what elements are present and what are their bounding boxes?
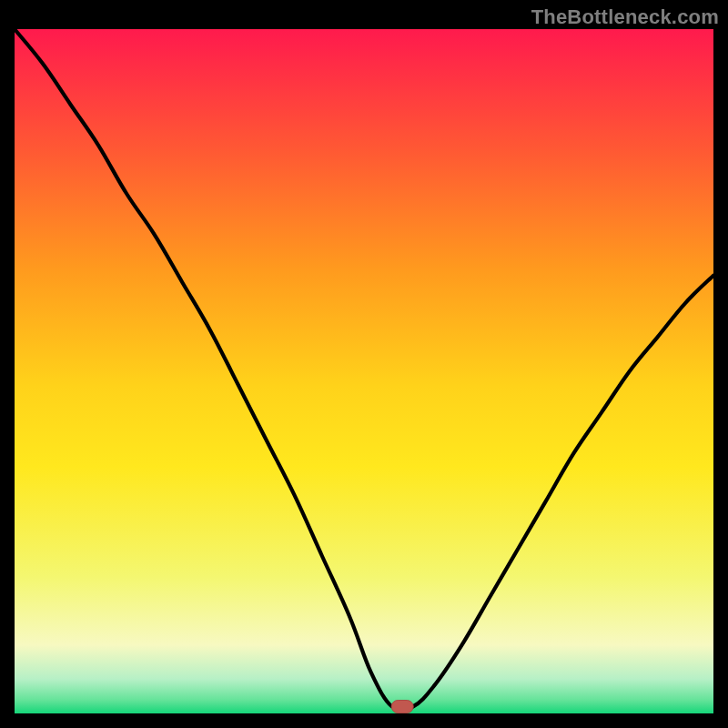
bottleneck-chart xyxy=(0,0,728,728)
chart-frame: { "watermark": "TheBottleneck.com", "col… xyxy=(0,0,728,728)
heat-gradient-background xyxy=(15,29,713,713)
optimal-match-marker xyxy=(391,701,413,713)
